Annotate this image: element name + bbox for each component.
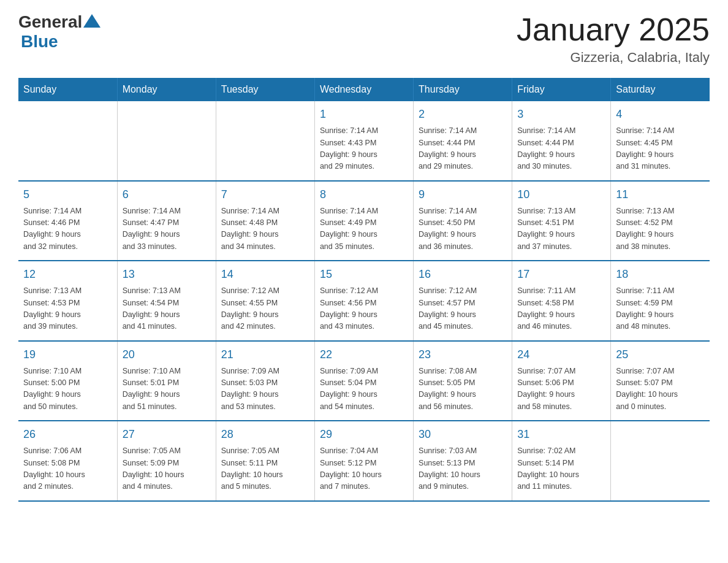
calendar-cell: 18Sunrise: 7:11 AM Sunset: 4:59 PM Dayli… [611,261,710,341]
calendar-cell: 2Sunrise: 7:14 AM Sunset: 4:44 PM Daylig… [414,101,512,181]
weekday-header-sunday: Sunday [18,78,117,101]
day-info: Sunrise: 7:14 AM Sunset: 4:50 PM Dayligh… [419,205,507,253]
calendar-cell: 1Sunrise: 7:14 AM Sunset: 4:43 PM Daylig… [314,101,413,181]
day-number: 21 [221,347,309,363]
day-info: Sunrise: 7:13 AM Sunset: 4:53 PM Dayligh… [23,285,112,333]
calendar-cell: 22Sunrise: 7:09 AM Sunset: 5:04 PM Dayli… [314,341,413,421]
weekday-header-tuesday: Tuesday [216,78,314,101]
day-info: Sunrise: 7:11 AM Sunset: 4:59 PM Dayligh… [616,285,705,333]
day-number: 13 [123,266,211,283]
day-number: 27 [123,426,211,443]
day-info: Sunrise: 7:14 AM Sunset: 4:46 PM Dayligh… [23,205,112,253]
calendar-week-row: 5Sunrise: 7:14 AM Sunset: 4:46 PM Daylig… [18,181,710,261]
calendar-cell: 20Sunrise: 7:10 AM Sunset: 5:01 PM Dayli… [117,341,216,421]
day-info: Sunrise: 7:14 AM Sunset: 4:44 PM Dayligh… [419,125,507,173]
calendar-week-row: 12Sunrise: 7:13 AM Sunset: 4:53 PM Dayli… [18,261,710,341]
day-info: Sunrise: 7:03 AM Sunset: 5:13 PM Dayligh… [419,445,507,493]
day-info: Sunrise: 7:12 AM Sunset: 4:56 PM Dayligh… [320,285,408,333]
day-number: 8 [320,186,408,203]
day-number: 20 [123,347,211,363]
calendar-table: SundayMondayTuesdayWednesdayThursdayFrid… [18,78,710,502]
calendar-cell: 30Sunrise: 7:03 AM Sunset: 5:13 PM Dayli… [414,421,512,501]
calendar-cell [117,101,216,181]
calendar-cell [611,421,710,501]
day-number: 23 [419,347,507,363]
day-info: Sunrise: 7:08 AM Sunset: 5:05 PM Dayligh… [419,366,507,413]
weekday-header-friday: Friday [512,78,611,101]
day-number: 24 [517,347,605,363]
day-number: 9 [419,186,507,203]
day-info: Sunrise: 7:09 AM Sunset: 5:03 PM Dayligh… [221,366,309,413]
day-number: 22 [320,347,408,363]
calendar-week-row: 1Sunrise: 7:14 AM Sunset: 4:43 PM Daylig… [18,101,710,181]
calendar-cell: 3Sunrise: 7:14 AM Sunset: 4:44 PM Daylig… [512,101,611,181]
day-info: Sunrise: 7:12 AM Sunset: 4:57 PM Dayligh… [419,285,507,333]
day-info: Sunrise: 7:13 AM Sunset: 4:54 PM Dayligh… [123,285,211,333]
day-number: 11 [616,186,705,203]
calendar-cell: 15Sunrise: 7:12 AM Sunset: 4:56 PM Dayli… [314,261,413,341]
day-number: 18 [616,266,705,283]
weekday-header-row: SundayMondayTuesdayWednesdayThursdayFrid… [18,78,710,101]
day-info: Sunrise: 7:10 AM Sunset: 5:01 PM Dayligh… [123,366,211,413]
day-info: Sunrise: 7:11 AM Sunset: 4:58 PM Dayligh… [517,285,605,333]
page-header: General Blue January 2025 Gizzeria, Cala… [18,12,710,66]
day-number: 2 [419,106,507,123]
day-number: 28 [221,426,309,443]
day-number: 29 [320,426,408,443]
calendar-cell [18,101,117,181]
day-info: Sunrise: 7:14 AM Sunset: 4:47 PM Dayligh… [123,205,211,253]
weekday-header-saturday: Saturday [611,78,710,101]
calendar-cell: 21Sunrise: 7:09 AM Sunset: 5:03 PM Dayli… [216,341,314,421]
calendar-cell: 10Sunrise: 7:13 AM Sunset: 4:51 PM Dayli… [512,181,611,261]
calendar-cell: 28Sunrise: 7:05 AM Sunset: 5:11 PM Dayli… [216,421,314,501]
calendar-cell: 17Sunrise: 7:11 AM Sunset: 4:58 PM Dayli… [512,261,611,341]
calendar-cell: 25Sunrise: 7:07 AM Sunset: 5:07 PM Dayli… [611,341,710,421]
calendar-cell: 31Sunrise: 7:02 AM Sunset: 5:14 PM Dayli… [512,421,611,501]
day-number: 25 [616,347,705,363]
day-number: 16 [419,266,507,283]
day-number: 31 [517,426,605,443]
title-block: January 2025 Gizzeria, Calabria, Italy [517,12,710,66]
day-number: 1 [320,106,408,123]
day-info: Sunrise: 7:13 AM Sunset: 4:52 PM Dayligh… [616,205,705,253]
day-number: 4 [616,106,705,123]
weekday-header-monday: Monday [117,78,216,101]
calendar-cell: 11Sunrise: 7:13 AM Sunset: 4:52 PM Dayli… [611,181,710,261]
calendar-cell: 8Sunrise: 7:14 AM Sunset: 4:49 PM Daylig… [314,181,413,261]
calendar-body: 1Sunrise: 7:14 AM Sunset: 4:43 PM Daylig… [18,101,710,501]
day-number: 30 [419,426,507,443]
logo-triangle-icon [83,14,100,28]
calendar-cell: 24Sunrise: 7:07 AM Sunset: 5:06 PM Dayli… [512,341,611,421]
day-number: 5 [23,186,112,203]
day-info: Sunrise: 7:10 AM Sunset: 5:00 PM Dayligh… [23,366,112,413]
calendar-cell: 7Sunrise: 7:14 AM Sunset: 4:48 PM Daylig… [216,181,314,261]
day-info: Sunrise: 7:09 AM Sunset: 5:04 PM Dayligh… [320,366,408,413]
calendar-cell: 29Sunrise: 7:04 AM Sunset: 5:12 PM Dayli… [314,421,413,501]
day-info: Sunrise: 7:13 AM Sunset: 4:51 PM Dayligh… [517,205,605,253]
day-info: Sunrise: 7:07 AM Sunset: 5:06 PM Dayligh… [517,366,605,413]
day-number: 10 [517,186,605,203]
day-info: Sunrise: 7:07 AM Sunset: 5:07 PM Dayligh… [616,366,705,413]
calendar-cell: 4Sunrise: 7:14 AM Sunset: 4:45 PM Daylig… [611,101,710,181]
calendar-cell: 5Sunrise: 7:14 AM Sunset: 4:46 PM Daylig… [18,181,117,261]
day-info: Sunrise: 7:05 AM Sunset: 5:09 PM Dayligh… [123,445,211,493]
logo: General Blue [18,12,100,52]
day-info: Sunrise: 7:14 AM Sunset: 4:45 PM Dayligh… [616,125,705,173]
calendar-cell: 23Sunrise: 7:08 AM Sunset: 5:05 PM Dayli… [414,341,512,421]
day-number: 3 [517,106,605,123]
day-number: 19 [23,347,112,363]
month-title: January 2025 [517,12,710,47]
day-info: Sunrise: 7:12 AM Sunset: 4:55 PM Dayligh… [221,285,309,333]
weekday-header-wednesday: Wednesday [314,78,413,101]
day-info: Sunrise: 7:14 AM Sunset: 4:43 PM Dayligh… [320,125,408,173]
calendar-week-row: 19Sunrise: 7:10 AM Sunset: 5:00 PM Dayli… [18,341,710,421]
calendar-week-row: 26Sunrise: 7:06 AM Sunset: 5:08 PM Dayli… [18,421,710,501]
day-number: 26 [23,426,112,443]
calendar-cell: 6Sunrise: 7:14 AM Sunset: 4:47 PM Daylig… [117,181,216,261]
calendar-cell: 27Sunrise: 7:05 AM Sunset: 5:09 PM Dayli… [117,421,216,501]
logo-blue-text: Blue [21,32,100,52]
calendar-cell: 9Sunrise: 7:14 AM Sunset: 4:50 PM Daylig… [414,181,512,261]
day-number: 6 [123,186,211,203]
day-info: Sunrise: 7:06 AM Sunset: 5:08 PM Dayligh… [23,445,112,493]
day-number: 7 [221,186,309,203]
